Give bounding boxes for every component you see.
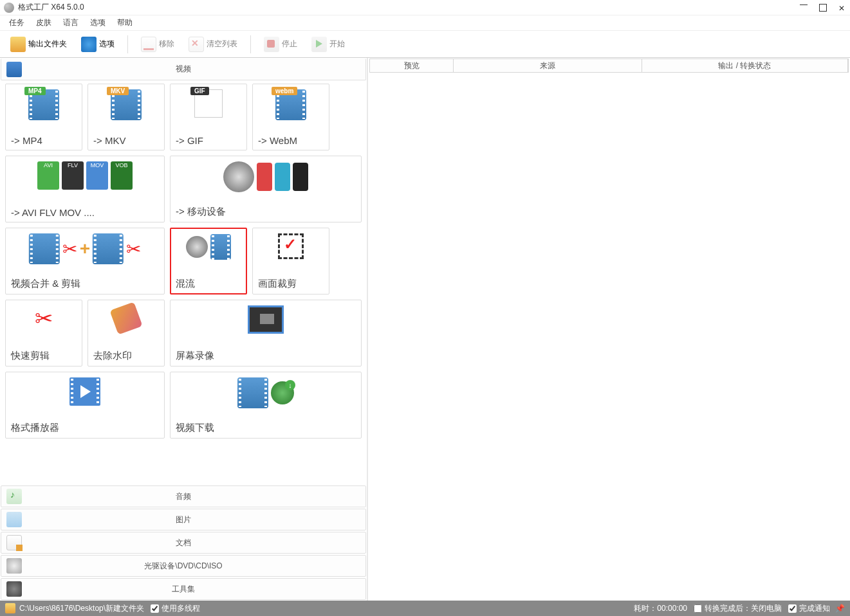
task-list-panel: 预览 来源 输出 / 转换状态 xyxy=(368,58,850,601)
menu-help[interactable]: 帮助 xyxy=(117,17,133,28)
category-tools-label: 工具集 xyxy=(28,584,360,595)
elapsed-value: 00:00:00 xyxy=(657,604,687,613)
category-image[interactable]: 图片 xyxy=(1,509,366,530)
category-audio-label: 音频 xyxy=(28,491,360,502)
player-icon xyxy=(69,377,100,406)
app-icon xyxy=(4,3,14,13)
category-video[interactable]: 视频 xyxy=(1,59,366,80)
elapsed-label: 耗时： xyxy=(634,603,657,614)
card-player-label: 格式播放器 xyxy=(11,422,159,434)
category-document-label: 文档 xyxy=(28,538,360,548)
card-to-gif[interactable]: GIF -> GIF xyxy=(170,84,247,150)
start-button[interactable]: 开始 xyxy=(308,34,349,55)
plus-icon: + xyxy=(80,239,90,259)
task-list-header: 预览 来源 输出 / 转换状态 xyxy=(369,59,849,73)
minimize-button[interactable] xyxy=(800,4,808,12)
window-title: 格式工厂 X64 5.0.0 xyxy=(18,2,800,13)
multithread-checkbox[interactable] xyxy=(151,604,159,613)
reel-icon xyxy=(186,236,208,258)
left-panel: 视频 MP4 -> MP4 MKV -> MKV GIF -> GIF webm xyxy=(0,58,368,601)
col-source[interactable]: 来源 xyxy=(454,59,642,72)
category-video-label: 视频 xyxy=(28,64,360,75)
video-icon xyxy=(6,62,22,77)
remove-button[interactable]: 移除 xyxy=(137,34,178,55)
avi-icon: AVI xyxy=(37,161,59,190)
statusbar-pin-icon[interactable]: 📌 xyxy=(835,604,845,613)
audio-icon xyxy=(6,489,22,504)
card-mux-label: 混流 xyxy=(176,278,241,290)
phone-icon xyxy=(275,163,290,191)
card-record-label: 屏幕录像 xyxy=(176,350,356,362)
film-icon: webm xyxy=(275,89,306,120)
stop-button[interactable]: 停止 xyxy=(260,34,301,55)
clear-icon xyxy=(189,37,204,52)
toolbar: 输出文件夹 选项 移除 清空列表 停止 开始 xyxy=(0,31,850,58)
menu-task[interactable]: 任务 xyxy=(9,17,24,28)
clear-list-button[interactable]: 清空列表 xyxy=(185,34,241,55)
card-to-mp4[interactable]: MP4 -> MP4 xyxy=(5,84,82,150)
toolbar-separator xyxy=(250,35,251,53)
category-tools[interactable]: 工具集 xyxy=(1,578,366,600)
col-output[interactable]: 输出 / 转换状态 xyxy=(642,59,848,72)
card-watermark-label: 去除水印 xyxy=(93,350,159,362)
card-quick-clip[interactable]: ✂ 快速剪辑 xyxy=(5,300,82,367)
card-quickclip-label: 快速剪辑 xyxy=(11,350,77,362)
menu-option[interactable]: 选项 xyxy=(90,17,106,28)
notify-checkbox[interactable] xyxy=(788,604,797,613)
card-screen-record[interactable]: 屏幕录像 xyxy=(170,300,362,367)
video-tools-grid: MP4 -> MP4 MKV -> MKV GIF -> GIF webm ->… xyxy=(0,81,367,445)
output-folder-label: 输出文件夹 xyxy=(28,39,67,50)
menu-language[interactable]: 语言 xyxy=(63,17,79,28)
phone-icon xyxy=(293,163,308,191)
film-icon: MKV xyxy=(111,89,142,120)
output-path[interactable]: C:\Users\86176\Desktop\新建文件夹 xyxy=(19,603,144,614)
card-remove-watermark[interactable]: 去除水印 xyxy=(88,300,165,367)
category-audio[interactable]: 音频 xyxy=(1,485,366,507)
card-gif-label: -> GIF xyxy=(176,135,241,146)
crop-icon xyxy=(278,233,304,259)
card-mp4-label: -> MP4 xyxy=(11,135,77,146)
notify-label: 完成通知 xyxy=(799,603,830,614)
card-mux[interactable]: 混流 xyxy=(170,228,247,294)
folder-icon xyxy=(5,603,15,613)
card-to-mkv[interactable]: MKV -> MKV xyxy=(88,84,165,150)
remove-icon xyxy=(141,37,156,52)
film-icon: MP4 xyxy=(28,89,59,120)
status-bar: C:\Users\86176\Desktop\新建文件夹 使用多线程 耗时： 0… xyxy=(0,601,850,616)
output-folder-button[interactable]: 输出文件夹 xyxy=(6,34,71,55)
start-icon xyxy=(311,37,327,52)
stop-icon xyxy=(264,37,279,52)
title-bar: 格式工厂 X64 5.0.0 ✕ xyxy=(0,0,850,15)
film-icon xyxy=(93,233,124,264)
options-button[interactable]: 选项 xyxy=(77,34,118,55)
remove-label: 移除 xyxy=(159,39,174,50)
menu-skin[interactable]: 皮肤 xyxy=(36,17,51,28)
card-video-download[interactable]: ↓ 视频下载 xyxy=(170,372,362,439)
card-to-webm[interactable]: webm -> WebM xyxy=(252,84,329,150)
card-webm-label: -> WebM xyxy=(258,135,324,146)
card-mobile-label: -> 移动设备 xyxy=(176,206,356,218)
close-button[interactable]: ✕ xyxy=(838,4,846,12)
shutdown-checkbox[interactable] xyxy=(694,604,702,613)
card-video-join[interactable]: ✂ + ✂ 视频合并 & 剪辑 xyxy=(5,228,165,294)
film-icon xyxy=(237,377,268,408)
gif-icon: GIF xyxy=(194,89,223,118)
task-list-body[interactable] xyxy=(368,73,850,601)
card-mkv-label: -> MKV xyxy=(93,135,159,146)
card-join-label: 视频合并 & 剪辑 xyxy=(11,278,159,290)
flv-icon: FLV xyxy=(62,161,84,190)
card-to-avi-more[interactable]: AVI FLV MOV VOB -> AVI FLV MOV .... xyxy=(5,156,165,222)
card-crop[interactable]: 画面裁剪 xyxy=(252,228,329,294)
card-format-player[interactable]: 格式播放器 xyxy=(5,372,165,439)
mov-icon: MOV xyxy=(86,161,108,190)
maximize-button[interactable] xyxy=(819,4,827,12)
menu-bar: 任务 皮肤 语言 选项 帮助 xyxy=(0,15,850,31)
scissors-icon: ✂ xyxy=(126,239,141,260)
category-disc[interactable]: 光驱设备\DVD\CD\ISO xyxy=(1,555,366,577)
options-label: 选项 xyxy=(99,39,115,50)
col-preview[interactable]: 预览 xyxy=(370,59,454,72)
card-to-mobile[interactable]: -> 移动设备 xyxy=(170,156,362,222)
vob-icon: VOB xyxy=(111,161,133,190)
image-icon xyxy=(6,512,22,527)
category-document[interactable]: 文档 xyxy=(1,532,366,554)
